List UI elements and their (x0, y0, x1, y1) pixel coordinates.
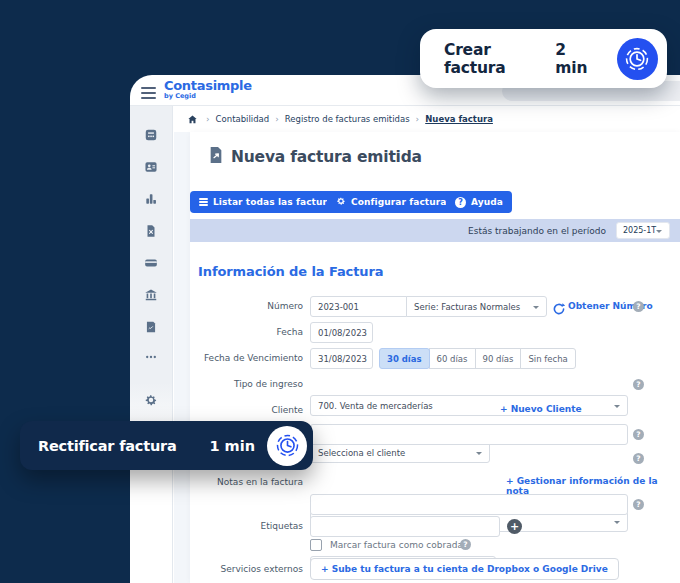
crear-factura-callout[interactable]: Crear factura 2 min (420, 29, 667, 88)
rectificar-factura-time: 1 min (209, 438, 255, 454)
breadcrumb-separator: › (275, 114, 279, 124)
vencimiento-label: Fecha de Vencimiento (178, 353, 303, 363)
help-label: Ayuda (471, 197, 503, 207)
timer-icon (617, 38, 658, 80)
hidden-field-input[interactable] (310, 424, 628, 445)
sidebar-item-dashboard-icon[interactable] (139, 123, 163, 147)
configure-invoice-label: Configurar factura (351, 197, 446, 207)
chevron-down-icon (614, 405, 620, 408)
chevron-down-icon (476, 452, 482, 455)
add-tag-button[interactable]: + (507, 519, 522, 534)
help-icon[interactable]: ? (633, 379, 644, 390)
period-value: 2025-1T (623, 226, 656, 235)
due-date-options: 30 días 60 días 90 días Sin fecha (379, 348, 576, 369)
crear-factura-title: Crear factura (444, 41, 555, 77)
app-logo[interactable]: Contasimple by Cegid (164, 79, 252, 100)
breadcrumb-item-contabilidad[interactable]: Contabilidad (216, 114, 270, 124)
configure-invoice-button[interactable]: Configurar factura (327, 191, 455, 213)
help-icon[interactable]: ? (460, 539, 471, 550)
chevron-down-icon (656, 230, 662, 233)
serie-value: Serie: Facturas Normales (414, 302, 520, 312)
screenshot-root: Contasimple by Cegid › Contabilidad › Re… (0, 0, 680, 583)
serie-select[interactable]: Serie: Facturas Normales (406, 296, 547, 317)
period-bar: Estás trabajando en el período 2025-1T (190, 219, 680, 242)
numero-value: 2023-001 (318, 302, 359, 312)
cliente-select[interactable]: Selecciona el cliente (310, 442, 490, 463)
chip-sin-fecha[interactable]: Sin fecha (520, 348, 575, 369)
chevron-down-icon (533, 306, 539, 309)
chevron-down-icon (614, 521, 620, 524)
sidebar-item-more-icon[interactable] (139, 345, 163, 369)
fecha-value: 01/08/2023 (318, 328, 367, 338)
breadcrumb: › Contabilidad › Registro de facturas em… (174, 106, 680, 132)
gestionar-nota-link[interactable]: + Gestionar información de la nota (506, 476, 680, 496)
list-invoices-label: Listar todas las facturas (213, 197, 339, 207)
new-invoice-icon (208, 145, 224, 169)
crear-factura-time: 2 min (555, 41, 603, 77)
question-icon: ? (455, 197, 466, 208)
sidebar-item-settings-icon[interactable] (139, 388, 163, 412)
sidebar-item-bank-icon[interactable] (139, 283, 163, 307)
timer-icon (267, 426, 307, 466)
breadcrumb-separator: › (416, 114, 420, 124)
period-select[interactable]: 2025-1T (616, 222, 670, 239)
etiquetas-input[interactable] (310, 516, 500, 537)
breadcrumb-item-nueva-factura[interactable]: Nueva factura (425, 114, 493, 124)
tipo-ingreso-value: 700. Venta de mercaderías (318, 401, 433, 411)
gear-icon (336, 196, 346, 208)
chip-60-dias[interactable]: 60 días (429, 348, 476, 369)
page-title: Nueva factura emitida (231, 148, 422, 166)
sidebar-item-contacts-icon[interactable] (139, 155, 163, 179)
list-invoices-button[interactable]: Listar todas las facturas (190, 191, 348, 213)
chip-30-dias[interactable]: 30 días (379, 348, 430, 369)
cliente-label: Cliente (178, 405, 303, 415)
logo-title: Contasimple (164, 79, 252, 92)
help-icon[interactable]: ? (633, 453, 644, 464)
vencimiento-value: 31/08/2023 (318, 354, 367, 364)
help-button[interactable]: ? Ayuda (446, 191, 512, 213)
list-icon (199, 197, 208, 208)
home-icon[interactable] (187, 114, 198, 125)
nuevo-cliente-link[interactable]: + Nuevo Cliente (500, 404, 582, 414)
sidebar-item-tax-documents-icon[interactable] (139, 219, 163, 243)
nota-texto-input[interactable] (310, 494, 628, 515)
rectificar-factura-title: Rectificar factura (38, 438, 177, 454)
upload-external-button[interactable]: + Sube tu factura a tu cienta de Dropbox… (310, 558, 619, 580)
servicios-label: Servicios externos (178, 564, 303, 574)
help-icon[interactable]: ? (633, 301, 644, 312)
cliente-value: Selecciona el cliente (318, 448, 405, 458)
logo-subtitle: by Cegid (164, 92, 252, 100)
numero-input[interactable]: 2023-001 (310, 296, 407, 317)
breadcrumb-item-registro[interactable]: Registro de facturas emitidas (285, 114, 410, 124)
sidebar-item-documents-icon[interactable] (139, 315, 163, 339)
numero-label: Número (178, 301, 303, 311)
refresh-icon[interactable] (553, 300, 565, 319)
sidebar-item-payments-icon[interactable] (139, 251, 163, 275)
breadcrumb-separator: › (206, 114, 210, 124)
chip-90-dias[interactable]: 90 días (475, 348, 522, 369)
section-title: Información de la Factura (198, 264, 383, 279)
menu-icon[interactable] (141, 84, 156, 102)
fecha-label: Fecha (178, 327, 303, 337)
tipo-ingreso-label: Tipo de ingreso (178, 379, 303, 389)
notas-label: Notas en la factura (178, 477, 303, 487)
cobrada-label: Marcar factura como cobrada (330, 540, 463, 550)
fecha-input[interactable]: 01/08/2023 (310, 322, 373, 343)
help-icon[interactable]: ? (633, 499, 644, 510)
cobrada-checkbox[interactable] (310, 539, 322, 551)
period-label: Estás trabajando en el período (468, 226, 606, 236)
help-icon[interactable]: ? (633, 429, 644, 440)
etiquetas-label: Etiquetas (178, 521, 303, 531)
vencimiento-input[interactable]: 31/08/2023 (310, 348, 373, 369)
rectificar-factura-callout[interactable]: Rectificar factura 1 min (20, 421, 313, 470)
sidebar-item-reports-icon[interactable] (139, 187, 163, 211)
